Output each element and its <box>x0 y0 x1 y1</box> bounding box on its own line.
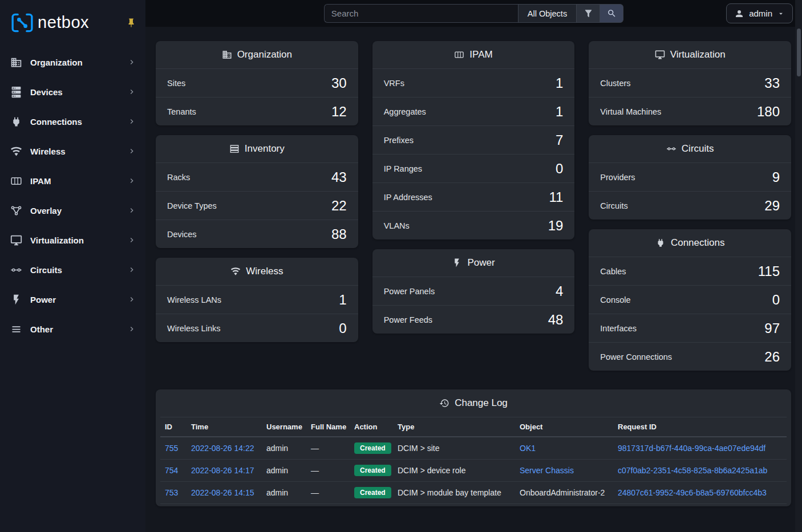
topbar: All Objects admin <box>145 0 802 27</box>
change-request-id-link[interactable]: 24807c61-9952-49c6-b8a5-69760bfcc4b3 <box>618 488 767 497</box>
card-header: Inventory <box>156 135 358 163</box>
person-icon <box>734 9 744 19</box>
stat-row-cables[interactable]: Cables 115 <box>589 257 791 285</box>
stat-row-prefixes[interactable]: Prefixes 7 <box>372 125 575 154</box>
user-name: admin <box>749 9 772 18</box>
sidebar-item-circuits[interactable]: Circuits <box>0 255 145 285</box>
graph-icon <box>10 205 22 217</box>
stat-label: Interfaces <box>600 324 637 333</box>
stat-row-vrfs[interactable]: VRFs 1 <box>372 68 575 97</box>
change-object-link[interactable]: OK1 <box>520 444 536 453</box>
stat-row-power-feeds[interactable]: Power Feeds 48 <box>372 305 575 334</box>
changelog-title: Change Log <box>455 397 508 409</box>
stat-row-power-panels[interactable]: Power Panels 4 <box>372 277 575 305</box>
card-header: Connections <box>589 229 791 257</box>
counter-icon <box>10 175 22 187</box>
scrollbar-thumb[interactable] <box>797 29 801 76</box>
stat-label: IP Addresses <box>384 193 432 202</box>
stat-value: 1 <box>339 293 346 307</box>
stat-row-wireless-links[interactable]: Wireless Links 0 <box>156 314 358 342</box>
card-header: Virtualization <box>589 41 791 68</box>
change-id-link[interactable]: 753 <box>165 488 178 497</box>
change-type: DCIM > site <box>398 444 440 453</box>
column-header-time: Time <box>187 417 262 437</box>
change-request-id-link[interactable]: c07f0ab2-2351-4c58-825a-8b6a2425a1ab <box>618 466 767 475</box>
stat-row-tenants[interactable]: Tenants 12 <box>156 97 358 125</box>
netbox-logo-icon[interactable] <box>10 13 34 33</box>
stat-row-virtual-machines[interactable]: Virtual Machines 180 <box>589 97 791 125</box>
changelog-card: Change Log ID Time Username <box>156 389 791 506</box>
action-badge: Created <box>354 465 391 476</box>
change-time-link[interactable]: 2022-08-26 14:17 <box>191 466 254 475</box>
sidebar-item-label: Virtualization <box>30 235 84 245</box>
user-menu-button[interactable]: admin <box>726 3 793 23</box>
list-icon <box>10 323 22 335</box>
stat-value: 0 <box>556 162 563 176</box>
stat-row-interfaces[interactable]: Interfaces 97 <box>589 314 791 342</box>
object-type-button[interactable]: All Objects <box>518 4 577 23</box>
stat-label: Virtual Machines <box>600 107 661 116</box>
stat-label: VRFs <box>384 79 404 88</box>
card-header: Circuits <box>589 135 791 163</box>
table-row: 753 2022-08-26 14:15 admin — Created DCI… <box>160 482 787 504</box>
main-area: All Objects admin <box>145 0 802 532</box>
sidebar-item-wireless[interactable]: Wireless <box>0 136 145 166</box>
stat-row-wireless-lans[interactable]: Wireless LANs 1 <box>156 285 358 314</box>
sidebar-item-ipam[interactable]: IPAM <box>0 166 145 196</box>
stat-row-power-connections[interactable]: Power Connections 26 <box>589 342 791 371</box>
stat-row-racks[interactable]: Racks 43 <box>156 163 358 191</box>
change-time-link[interactable]: 2022-08-26 14:15 <box>191 488 254 497</box>
stat-row-clusters[interactable]: Clusters 33 <box>589 68 791 97</box>
stat-label: Tenants <box>167 107 196 116</box>
stat-value: 22 <box>331 199 347 213</box>
change-time-link[interactable]: 2022-08-26 14:22 <box>191 444 254 453</box>
change-id-link[interactable]: 754 <box>165 466 178 475</box>
card-header: Wireless <box>156 258 358 285</box>
plug-icon <box>655 238 666 248</box>
chevron-right-icon <box>127 147 136 156</box>
stat-row-ip-ranges[interactable]: IP Ranges 0 <box>372 154 575 182</box>
sidebar-item-label: Circuits <box>30 265 62 275</box>
stat-row-providers[interactable]: Providers 9 <box>589 163 791 191</box>
stat-row-device-types[interactable]: Device Types 22 <box>156 191 358 220</box>
power-card: Power Power Panels 4 Power Feeds 48 <box>372 249 575 334</box>
chevron-right-icon <box>127 87 136 96</box>
change-id-link[interactable]: 755 <box>165 444 178 453</box>
lightning-icon <box>452 258 462 268</box>
sidebar-item-power[interactable]: Power <box>0 285 145 314</box>
card-title: Connections <box>671 237 725 249</box>
change-request-id-link[interactable]: 9817317d-b67f-440a-99ca-4ae07ede94df <box>618 444 765 453</box>
search-input[interactable] <box>324 4 518 23</box>
sidebar-pin-icon[interactable] <box>126 18 136 28</box>
stat-label: Wireless LANs <box>167 295 221 304</box>
stat-row-aggregates[interactable]: Aggregates 1 <box>372 97 575 125</box>
sidebar-item-overlay[interactable]: Overlay <box>0 196 145 225</box>
circuit-icon <box>666 144 677 154</box>
filter-button[interactable] <box>577 4 600 23</box>
sidebar-item-other[interactable]: Other <box>0 314 145 344</box>
stat-value: 30 <box>331 76 347 90</box>
sidebar-item-connections[interactable]: Connections <box>0 107 145 136</box>
stat-row-console[interactable]: Console 0 <box>589 285 791 314</box>
stat-row-devices[interactable]: Devices 88 <box>156 220 358 248</box>
stat-row-sites[interactable]: Sites 30 <box>156 68 358 97</box>
netbox-wordmark[interactable]: netbox <box>38 13 89 32</box>
dashboard-column-1: Organization Sites 30 Tenants 12 <box>156 41 358 342</box>
change-object-link[interactable]: Server Chassis <box>520 466 574 475</box>
stat-label: Circuits <box>600 201 627 210</box>
search-submit-button[interactable] <box>600 4 623 23</box>
change-fullname: — <box>311 466 319 475</box>
table-row: 755 2022-08-26 14:22 admin — Created DCI… <box>160 437 787 460</box>
stat-row-ip-addresses[interactable]: IP Addresses 11 <box>372 182 575 211</box>
app-window: netbox Organization Devices Connections <box>0 0 802 532</box>
sidebar-item-organization[interactable]: Organization <box>0 47 145 77</box>
stat-label: Power Panels <box>384 287 435 296</box>
scrollbar-track[interactable] <box>795 0 802 532</box>
stat-value: 43 <box>331 170 347 184</box>
stat-row-vlans[interactable]: VLANs 19 <box>372 211 575 239</box>
stat-label: Device Types <box>167 201 217 210</box>
sidebar-item-devices[interactable]: Devices <box>0 77 145 107</box>
stat-value: 7 <box>556 133 563 147</box>
sidebar-item-virtualization[interactable]: Virtualization <box>0 225 145 255</box>
stat-row-circuits[interactable]: Circuits 29 <box>589 191 791 220</box>
